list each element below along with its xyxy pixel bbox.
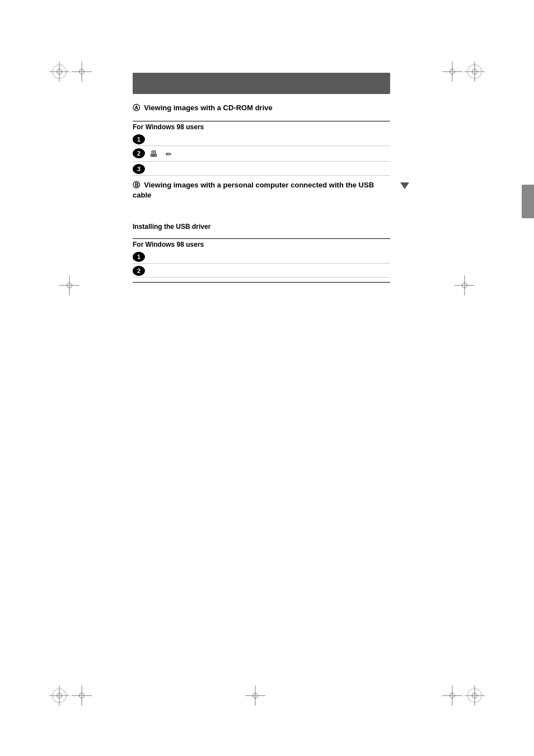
section-b-label: Viewing images with a personal computer … bbox=[133, 181, 374, 199]
reg-mark-top-left-inner bbox=[69, 59, 94, 84]
reg-mark-mid-right bbox=[452, 273, 477, 298]
windows98-heading-usb: For Windows 98 users bbox=[133, 238, 390, 248]
usb-step-number-1: 1 bbox=[133, 252, 145, 262]
step-content-a1 bbox=[149, 133, 390, 144]
page: Ⓐ Viewing images with a CD-ROM drive For… bbox=[0, 0, 534, 756]
reg-mark-bot-center bbox=[243, 683, 268, 708]
reg-mark-mid-left bbox=[57, 273, 82, 298]
down-arrow bbox=[399, 182, 409, 189]
reg-mark-bot-left-inner bbox=[69, 683, 94, 708]
section-b-letter: Ⓑ bbox=[133, 181, 142, 189]
step-row-a1: 1 bbox=[133, 132, 390, 146]
windows98-label-a: For Windows 98 users bbox=[133, 123, 204, 131]
step-content-a2: 🖶 ✏ bbox=[149, 147, 390, 160]
reg-mark-top-right-outer bbox=[462, 59, 487, 84]
usb-step-number-2: 2 bbox=[133, 266, 145, 276]
usb-step-row-2: 2 bbox=[133, 264, 390, 278]
windows98-heading-a: For Windows 98 users bbox=[133, 121, 390, 131]
reg-mark-top-right-inner bbox=[440, 59, 465, 84]
usb-step-row-1: 1 bbox=[133, 250, 390, 264]
side-tab bbox=[522, 185, 534, 218]
usb-title: Installing the USB driver bbox=[133, 223, 390, 231]
section-a-label: Viewing images with a CD-ROM drive bbox=[144, 104, 272, 112]
printer-icon: 🖶 bbox=[149, 149, 157, 158]
bottom-divider bbox=[133, 282, 390, 283]
step-number-a1: 1 bbox=[133, 134, 145, 144]
content-area: Ⓐ Viewing images with a CD-ROM drive For… bbox=[133, 73, 401, 287]
usb-title-label: Installing the USB driver bbox=[133, 223, 210, 231]
windows98-label-usb: For Windows 98 users bbox=[133, 241, 204, 248]
step-number-a2: 2 bbox=[133, 148, 145, 158]
reg-mark-bot-right-inner bbox=[440, 683, 465, 708]
step-number-a3: 3 bbox=[133, 164, 145, 174]
step-content-a3 bbox=[149, 163, 390, 173]
reg-mark-bot-left-outer bbox=[47, 683, 72, 708]
step-row-a3: 3 bbox=[133, 162, 390, 176]
reg-mark-top-left-outer bbox=[47, 59, 72, 84]
usb-section: Installing the USB driver For Windows 98… bbox=[133, 223, 390, 283]
step-row-a2: 2 🖶 ✏ bbox=[133, 146, 390, 162]
section-a-letter: Ⓐ bbox=[133, 104, 142, 112]
section-b: Ⓑ Viewing images with a personal compute… bbox=[133, 180, 390, 200]
usb-step-content-2 bbox=[149, 265, 390, 275]
reg-mark-bot-right-outer bbox=[462, 683, 487, 708]
section-b-title: Ⓑ Viewing images with a personal compute… bbox=[133, 180, 390, 200]
header-bar bbox=[133, 73, 390, 94]
section-a-title: Ⓐ Viewing images with a CD-ROM drive bbox=[133, 103, 401, 113]
usb-step-content-1 bbox=[149, 251, 390, 261]
settings-icon: ✏ bbox=[166, 150, 172, 158]
